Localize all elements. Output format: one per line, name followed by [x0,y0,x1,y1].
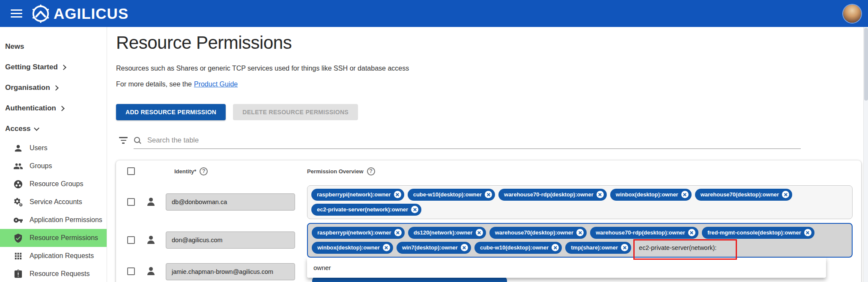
chevron-right-icon [61,65,66,70]
permission-chip: tmp(share):owner [565,242,631,254]
person-icon [13,143,23,153]
sidebar-item-authentication[interactable]: Authentication [0,98,107,119]
sidebar-item-getting-started[interactable]: Getting Started [0,57,107,77]
permission-chip: raspberrypi(network):owner [312,227,405,239]
chip-remove-icon[interactable] [476,229,483,236]
sidebar-item-groups[interactable]: Groups [0,157,107,175]
select-all-checkbox[interactable] [127,167,135,175]
autocomplete-option-owner[interactable]: owner [313,264,331,271]
details-line: For more details, see theProduct Guide [116,80,868,88]
sidebar-item-resource-groups[interactable]: Resource Groups [0,175,107,193]
search-icon [134,137,141,144]
table-search-row [116,135,868,149]
chip-remove-icon[interactable] [681,191,689,198]
sidebar-item-users[interactable]: Users [0,139,107,157]
row-checkbox[interactable] [127,267,135,275]
row-checkbox[interactable] [127,236,135,244]
chevron-down-icon [34,125,39,131]
chip-remove-icon[interactable] [383,244,390,251]
product-guide-link[interactable]: Product Guide [194,80,238,88]
agilicus-logo: AGILICUS [31,4,128,24]
permission-chip: warehouse70-rdp(desktop):owner [498,189,607,201]
chip-remove-icon[interactable] [394,191,401,198]
permission-chip: cube-w10(desktop):owner [474,242,562,254]
chip-remove-icon[interactable] [461,244,468,251]
identity-field[interactable]: don@agilicus.com [166,232,295,249]
sidebar-item-access[interactable]: Access [0,119,107,139]
permissions-table: Identity* Permission Overview db@donbowm… [116,160,861,282]
action-buttons: ADD RESOURCE PERMISSION DELETE RESOURCE … [116,104,868,120]
identity-field[interactable]: db@donbowman.ca [166,193,295,211]
search-field [134,135,801,149]
add-resource-permission-button[interactable]: ADD RESOURCE PERMISSION [116,104,226,120]
sidebar-item-resource-requests[interactable]: Resource Requests [0,265,107,282]
permission-chip: winbox(desktop):owner [312,242,393,254]
chip-remove-icon[interactable] [411,206,418,213]
apps-grid-icon [13,251,23,261]
chip-remove-icon[interactable] [621,244,628,251]
resource-request-icon [13,269,23,279]
scrollbar-thumb[interactable] [864,28,868,101]
identity-help-icon[interactable] [200,167,208,175]
sidebar: News Getting Started Organisation Authen… [0,27,107,282]
gears-icon [13,197,23,207]
chevron-right-icon [59,106,65,111]
permission-chip: cube-w10(desktop):owner [408,189,495,201]
permission-chip: win7(desktop):owner [397,242,471,254]
chip-remove-icon[interactable] [394,229,402,236]
chip-remove-icon[interactable] [485,191,492,198]
permission-overview-help-icon[interactable] [367,167,375,175]
shield-check-icon [13,233,23,243]
chip-remove-icon[interactable] [688,229,695,236]
person-icon [146,197,156,207]
permission-chip: warehouse70-rdp(desktop):owner [590,227,698,239]
identity-field[interactable]: jamie.chapman-brown@agilicus.com [166,263,295,280]
permission-chip: fred-mgmt-console(desktop):owner [702,227,814,239]
pending-permission-input[interactable]: ec2-private-server(network): [639,244,716,251]
permission-chip: warehouse70(desktop):owner [489,227,587,239]
main-content: Resource Permissions Resources such as S… [107,27,868,282]
page-description: Resources such as Shares or generic TCP … [116,65,868,72]
sidebar-item-resource-permissions[interactable]: Resource Permissions [0,229,107,247]
sidebar-item-application-requests[interactable]: Application Requests [0,247,107,265]
page-title: Resource Permissions [116,33,868,53]
app-root: AGILICUS News Getting Started Organisati… [0,0,868,282]
search-input[interactable] [146,136,801,145]
filter-icon[interactable] [118,135,128,145]
chevron-right-icon [53,85,59,91]
permission-chip: ds120(network):owner [408,227,486,239]
identity-column-header: Identity* [166,167,307,175]
delete-resource-permissions-button: DELETE RESOURCE PERMISSIONS [233,104,358,120]
sidebar-item-application-permissions[interactable]: Application Permissions [0,211,107,229]
sidebar-item-news[interactable]: News [0,36,107,57]
permission-chip: warehouse70(desktop):owner [695,189,793,201]
user-avatar[interactable] [843,5,861,23]
autocomplete-dropdown: owner [307,258,826,278]
permission-chip: raspberrypi(network):owner [311,189,404,201]
chip-remove-icon[interactable] [597,191,604,198]
key-icon [13,215,23,225]
permission-chips-field[interactable]: raspberrypi(network):owner cube-w10(desk… [307,185,853,219]
logo-mark-icon [31,4,51,24]
permission-chips-field-editing[interactable]: raspberrypi(network):owner ds120(network… [307,223,853,258]
permission-overview-column-header: Permission Overview [307,167,861,175]
permission-chip: winbox(desktop):owner [610,189,692,201]
row-checkbox[interactable] [127,198,135,206]
person-icon [146,266,156,276]
table-header-row: Identity* Permission Overview [116,160,861,182]
menu-icon[interactable] [11,7,22,20]
table-row: don@agilicus.com raspberrypi(network):ow… [116,222,861,258]
chip-remove-icon[interactable] [552,244,559,251]
sidebar-item-organisation[interactable]: Organisation [0,77,107,98]
permission-chip: ec2-private-server(network):owner [311,204,421,216]
people-icon [13,161,23,171]
chip-remove-icon[interactable] [576,229,584,236]
resource-groups-icon [13,179,23,189]
vertical-scrollbar [863,27,868,282]
sidebar-item-service-accounts[interactable]: Service Accounts [0,193,107,211]
app-header: AGILICUS [0,0,868,27]
table-row: db@donbowman.ca raspberrypi(network):own… [116,182,861,222]
chip-remove-icon[interactable] [804,229,811,236]
brand-name: AGILICUS [54,5,128,22]
chip-remove-icon[interactable] [782,191,789,198]
